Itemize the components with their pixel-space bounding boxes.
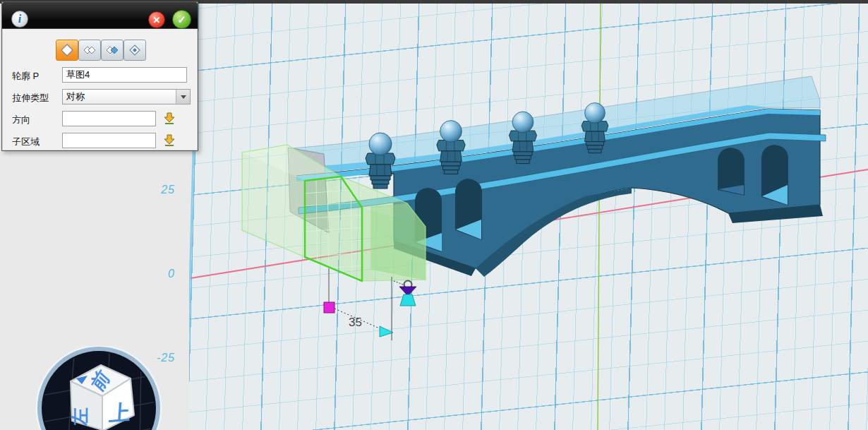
dimension-arrow-cyan[interactable] xyxy=(380,326,393,337)
pick-arrow-icon xyxy=(163,112,176,125)
diamond-total-icon xyxy=(127,42,143,58)
cube-face-label-right[interactable]: 上 xyxy=(108,400,131,425)
extrude-type-label: 拉伸类型 xyxy=(12,92,49,104)
extrude-option-one-side-button[interactable] xyxy=(56,40,78,61)
extrude-option-two-side-button[interactable] xyxy=(78,40,101,61)
subregion-label: 子区域 xyxy=(12,136,40,148)
deck-post-1 xyxy=(366,133,395,189)
dimension-value[interactable]: 35 xyxy=(349,316,362,329)
dimension-handle-magenta[interactable] xyxy=(324,302,334,313)
subregion-input[interactable] xyxy=(62,133,156,148)
view-cube[interactable]: 前 左 上 xyxy=(35,346,166,430)
cad-application-window: 25 0 -25 xyxy=(0,0,868,430)
extrude-dialog: i ✕ ✓ 轮廓 xyxy=(1,1,198,151)
dropdown-arrow-icon[interactable] xyxy=(176,90,190,104)
direction-label: 方向 xyxy=(12,114,30,126)
confirm-button[interactable]: ✓ xyxy=(172,10,191,29)
diamond-one-side-icon xyxy=(59,42,75,58)
extrude-drag-handle[interactable] xyxy=(394,281,416,306)
extrude-option-total-button[interactable] xyxy=(123,40,146,61)
pick-arrow-icon xyxy=(163,134,176,147)
direction-pick-button[interactable] xyxy=(162,112,176,125)
profile-label: 轮廓 P xyxy=(12,70,39,83)
direction-input[interactable] xyxy=(62,111,156,126)
extrude-type-value: 对称 xyxy=(63,90,176,103)
info-icon: i xyxy=(11,11,28,28)
profile-input[interactable] xyxy=(62,67,187,83)
cancel-button[interactable]: ✕ xyxy=(148,11,165,28)
cube-face-label-left[interactable]: 左 xyxy=(69,407,90,426)
y-axis-line xyxy=(598,4,601,430)
extrude-type-dropdown[interactable]: 对称 xyxy=(62,89,191,104)
extrude-option-symmetric-button[interactable] xyxy=(101,40,123,61)
handle-cone-cyan[interactable] xyxy=(400,294,416,306)
diamond-symmetric-icon xyxy=(104,42,120,58)
dialog-header: i ✕ ✓ xyxy=(2,2,198,29)
diamond-two-side-icon xyxy=(82,42,97,58)
subregion-pick-button[interactable] xyxy=(162,133,176,147)
